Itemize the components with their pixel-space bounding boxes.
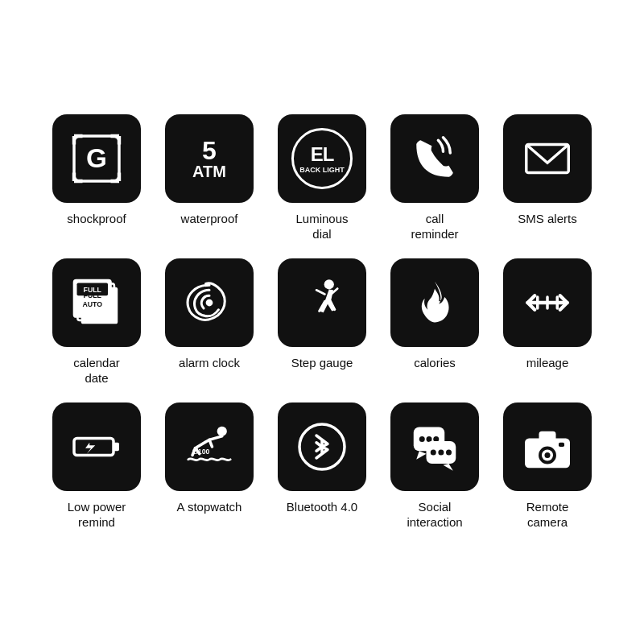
svg-point-20 (206, 299, 213, 306)
shockproof-label: shockproof (67, 211, 126, 227)
svg-text:1/100: 1/100 (192, 447, 210, 455)
svg-point-45 (438, 449, 444, 455)
feature-calendar: FULL AUTO FULL calendardate (44, 258, 149, 386)
battery-icon-box (52, 402, 141, 491)
svg-point-41 (433, 436, 439, 441)
feature-waterproof: 5 ATM waterproof (157, 114, 262, 242)
svg-point-44 (431, 449, 436, 455)
stopwatch-label: A stopwatch (177, 499, 242, 515)
call-icon-box (390, 114, 479, 203)
bluetooth-icon (294, 419, 350, 475)
waterproof-icon-box: 5 ATM (165, 114, 254, 203)
feature-alarm: alarm clock (157, 258, 262, 386)
call-label: callreminder (411, 211, 458, 242)
calendar-icon: FULL AUTO FULL (68, 275, 125, 331)
social-icon (407, 419, 463, 475)
sms-icon (519, 130, 576, 187)
stopwatch-icon-box: 1/100 (165, 402, 254, 491)
shockproof-icon: G (68, 130, 125, 187)
calendar-icon-box: FULL AUTO FULL (52, 258, 141, 347)
waterproof-icon: 5 ATM (192, 138, 226, 180)
bluetooth-icon-box (278, 402, 366, 491)
calories-label: calories (414, 355, 456, 371)
battery-label: Low powerremind (68, 499, 126, 530)
svg-rect-31 (114, 442, 119, 451)
svg-rect-48 (539, 431, 556, 440)
svg-text:G: G (86, 142, 107, 172)
camera-icon (519, 419, 576, 475)
svg-point-40 (427, 436, 432, 441)
social-icon-box (390, 402, 479, 491)
svg-point-32 (217, 426, 227, 436)
call-icon (407, 130, 463, 187)
svg-point-39 (419, 436, 425, 441)
feature-camera: Remotecamera (495, 402, 600, 530)
svg-point-51 (545, 452, 551, 458)
luminous-icon: EL BACK LIGHT (291, 128, 353, 189)
mileage-icon-box (503, 258, 592, 347)
svg-point-21 (324, 279, 334, 289)
sms-label: SMS alerts (518, 211, 576, 227)
alarm-label: alarm clock (179, 355, 240, 371)
feature-luminous: EL BACK LIGHT Luminousdial (270, 114, 374, 242)
feature-mileage: mileage (495, 258, 600, 386)
feature-calories: calories (382, 258, 487, 386)
svg-rect-52 (559, 442, 564, 446)
svg-marker-38 (416, 451, 426, 460)
calories-icon (407, 275, 463, 331)
mileage-icon (519, 275, 576, 331)
feature-shockproof: G shockproof (44, 114, 149, 242)
svg-text:AUTO: AUTO (82, 300, 102, 308)
luminous-icon-box: EL BACK LIGHT (278, 114, 366, 203)
alarm-icon-box (165, 258, 254, 347)
luminous-label: Luminousdial (295, 211, 348, 242)
shockproof-icon-box: G (52, 114, 141, 203)
camera-label: Remotecamera (526, 499, 569, 530)
step-label: Step gauge (291, 355, 353, 371)
social-label: Socialinteraction (407, 499, 462, 530)
feature-bluetooth: Bluetooth 4.0 (270, 402, 374, 530)
feature-social: Socialinteraction (382, 402, 487, 530)
stopwatch-icon: 1/100 (181, 419, 237, 475)
calories-icon-box (390, 258, 479, 347)
svg-text:FULL: FULL (84, 285, 102, 293)
calendar-label: calendardate (73, 355, 120, 386)
alarm-icon (181, 275, 237, 331)
svg-marker-43 (444, 464, 453, 471)
feature-stopwatch: 1/100 A stopwatch (157, 402, 262, 530)
mileage-label: mileage (526, 355, 569, 371)
features-grid: G shockproof 5 ATM waterproof (28, 82, 616, 563)
svg-point-46 (446, 449, 452, 455)
step-icon-box (278, 258, 366, 347)
step-icon (294, 275, 350, 331)
battery-icon (68, 419, 125, 475)
camera-icon-box (503, 402, 592, 491)
sms-icon-box (503, 114, 592, 203)
feature-battery: Low powerremind (44, 402, 149, 530)
bluetooth-label: Bluetooth 4.0 (287, 499, 357, 515)
feature-sms: SMS alerts (495, 114, 600, 242)
feature-call: callreminder (382, 114, 487, 242)
waterproof-label: waterproof (181, 211, 238, 227)
feature-step: Step gauge (270, 258, 374, 386)
